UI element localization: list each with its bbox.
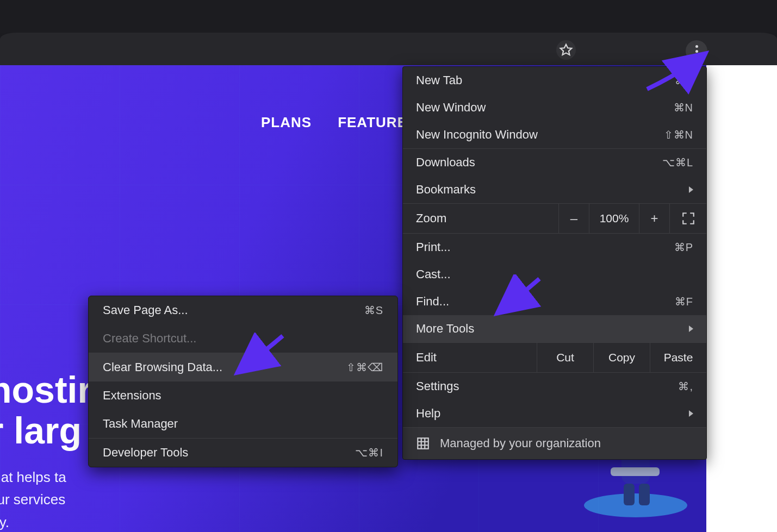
svg-point-0 xyxy=(584,493,687,517)
bookmark-star-button[interactable] xyxy=(556,40,576,60)
page-right-margin xyxy=(706,65,777,532)
menu-item-new-incognito[interactable]: New Incognito Window ⇧⌘N xyxy=(403,121,706,148)
nav-link-plans[interactable]: PLANS xyxy=(261,114,312,131)
submenu-item-developer-tools[interactable]: Developer Tools ⌥⌘I xyxy=(89,439,397,467)
fullscreen-button[interactable] xyxy=(669,204,706,233)
submenu-item-clear-browsing-data[interactable]: Clear Browsing Data... ⇧⌘⌫ xyxy=(89,353,397,381)
menu-label: New Window xyxy=(416,101,486,115)
menu-item-zoom: Zoom – 100% + xyxy=(403,203,706,234)
menu-item-new-window[interactable]: New Window ⌘N xyxy=(403,94,706,121)
submenu-item-create-shortcut: Create Shortcut... xyxy=(89,324,397,353)
menu-shortcut: ⌘P xyxy=(674,241,693,254)
chevron-right-icon xyxy=(689,410,693,417)
hero-para-line3: sly. xyxy=(0,514,9,530)
menu-label: Cast... xyxy=(416,267,451,281)
menu-item-new-tab[interactable]: New Tab ⌘T xyxy=(403,67,706,94)
star-icon xyxy=(559,43,573,57)
hero-para-line1: that helps ta xyxy=(0,469,66,485)
menu-label: Settings xyxy=(416,379,459,393)
menu-label: Downloads xyxy=(416,155,475,170)
svg-rect-3 xyxy=(611,467,660,476)
menu-item-more-tools[interactable]: More Tools xyxy=(403,315,706,342)
chrome-main-menu: New Tab ⌘T New Window ⌘N New Incognito W… xyxy=(402,66,707,460)
menu-label: Clear Browsing Data... xyxy=(103,360,222,374)
menu-shortcut: ⌘F xyxy=(675,295,693,308)
fullscreen-icon xyxy=(681,211,695,226)
chrome-menu-button[interactable] xyxy=(686,40,707,62)
menu-item-bookmarks[interactable]: Bookmarks xyxy=(403,176,706,203)
menu-label: Extensions xyxy=(103,389,161,403)
edit-paste-button[interactable]: Paste xyxy=(650,343,706,372)
chevron-right-icon xyxy=(689,186,693,193)
menu-shortcut: ⇧⌘N xyxy=(664,128,693,141)
svg-rect-4 xyxy=(624,484,635,505)
menu-shortcut: ⌥⌘L xyxy=(662,156,693,169)
menu-item-downloads[interactable]: Downloads ⌥⌘L xyxy=(403,149,706,176)
managed-label: Managed by your organization xyxy=(440,436,601,450)
chevron-right-icon xyxy=(689,326,693,332)
edit-cut-button[interactable]: Cut xyxy=(537,343,593,372)
menu-label: Find... xyxy=(416,295,449,309)
organization-icon xyxy=(416,436,430,450)
menu-shortcut: ⌘T xyxy=(675,74,693,87)
browser-address-bar xyxy=(0,33,777,65)
zoom-in-button[interactable]: + xyxy=(639,204,669,233)
menu-item-find[interactable]: Find... ⌘F xyxy=(403,288,706,315)
menu-label: Print... xyxy=(416,240,451,254)
more-tools-submenu: Save Page As... ⌘S Create Shortcut... Cl… xyxy=(88,296,398,467)
menu-shortcut: ⌘S xyxy=(364,304,383,317)
menu-label: Bookmarks xyxy=(416,183,476,197)
submenu-item-extensions[interactable]: Extensions xyxy=(89,381,397,410)
menu-item-managed[interactable]: Managed by your organization xyxy=(403,427,706,459)
menu-shortcut: ⌥⌘I xyxy=(355,446,383,459)
submenu-item-task-manager[interactable]: Task Manager xyxy=(89,410,397,438)
hero-text-line2: r larg xyxy=(0,410,82,451)
menu-item-print[interactable]: Print... ⌘P xyxy=(403,234,706,261)
browser-tab-bar xyxy=(0,0,777,33)
menu-shortcut: ⇧⌘⌫ xyxy=(346,361,383,374)
svg-rect-5 xyxy=(639,484,650,505)
hero-para-line2: our services xyxy=(0,491,65,508)
submenu-item-save-page[interactable]: Save Page As... ⌘S xyxy=(89,296,397,324)
menu-label: New Incognito Window xyxy=(416,128,538,142)
menu-label: Save Page As... xyxy=(103,303,188,317)
hero-text-line1: hostir xyxy=(0,369,92,410)
svg-rect-6 xyxy=(418,438,428,449)
zoom-value: 100% xyxy=(589,204,639,233)
menu-item-settings[interactable]: Settings ⌘, xyxy=(403,373,706,400)
menu-label: More Tools xyxy=(416,322,474,336)
menu-label: Create Shortcut... xyxy=(103,331,196,346)
menu-label: New Tab xyxy=(416,73,462,87)
menu-label: Help xyxy=(416,406,440,421)
menu-shortcut: ⌘N xyxy=(674,101,693,114)
menu-item-edit: Edit Cut Copy Paste xyxy=(403,342,706,373)
edit-copy-button[interactable]: Copy xyxy=(593,343,650,372)
menu-item-help[interactable]: Help xyxy=(403,400,706,427)
menu-label: Task Manager xyxy=(103,417,178,431)
menu-shortcut: ⌘, xyxy=(678,380,693,393)
zoom-out-button[interactable]: – xyxy=(558,204,589,233)
edit-label: Edit xyxy=(403,343,537,372)
menu-label: Developer Tools xyxy=(103,446,188,460)
menu-item-cast[interactable]: Cast... xyxy=(403,261,706,288)
zoom-label: Zoom xyxy=(403,204,558,233)
